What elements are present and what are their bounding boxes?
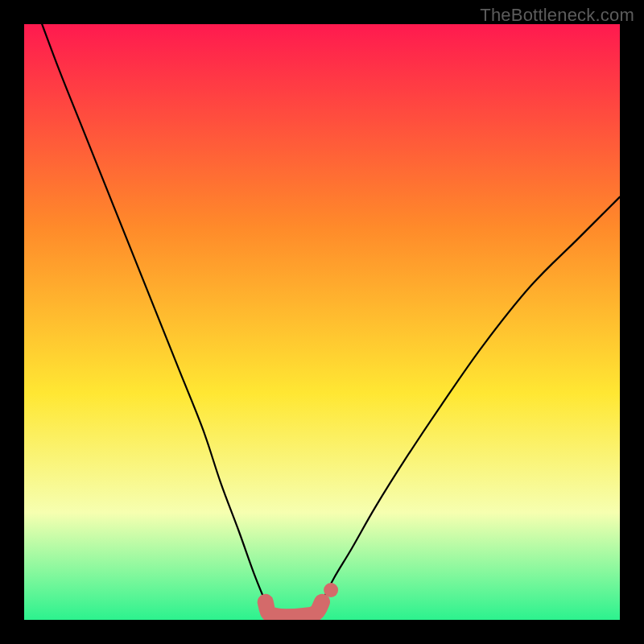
watermark-text: TheBottleneck.com: [480, 5, 634, 26]
chart-svg: [24, 24, 620, 620]
series-point-right-start-marker: [324, 583, 338, 597]
gradient-background: [24, 24, 620, 620]
chart-frame: [24, 24, 620, 620]
